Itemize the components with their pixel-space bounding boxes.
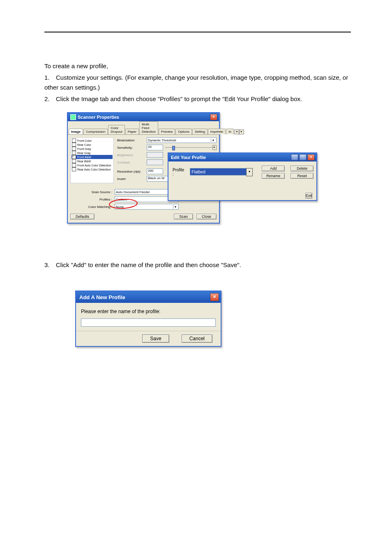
contrast-value — [147, 159, 163, 165]
binarization-select[interactable]: Dynamic Threshold▾ — [147, 137, 217, 143]
chk-rear-color[interactable]: Rear Color — [71, 143, 113, 147]
maximize-icon[interactable]: □ — [299, 154, 307, 161]
color-matching-label: Color Matching : — [68, 205, 115, 209]
chk-front-gray[interactable]: Front Gray — [71, 147, 113, 151]
brightness-value — [147, 152, 163, 158]
add-new-profile-window: Add A New Profile × Please enter the nam… — [75, 291, 221, 347]
close-icon[interactable]: × — [307, 154, 315, 161]
chk-front-bw[interactable]: Front B&W — [71, 155, 113, 159]
chevron-down-icon: ▾ — [211, 138, 215, 142]
defaults-button[interactable]: Defaults — [70, 214, 95, 219]
sensitivity-label: Sensitivity: — [117, 146, 147, 150]
reset-button[interactable]: Reset — [291, 173, 314, 179]
close-icon[interactable]: × — [210, 114, 217, 120]
exit-button[interactable]: Exit — [305, 193, 312, 198]
chk-front-auto[interactable]: Front Auto Color Detection — [71, 163, 113, 167]
step-1-num: 1. — [44, 73, 56, 83]
add-button[interactable]: Add — [262, 166, 285, 171]
chk-rear-gray[interactable]: Rear Gray — [71, 151, 113, 155]
profile-input[interactable] — [190, 168, 247, 175]
cancel-button[interactable]: Cancel — [182, 334, 212, 343]
invert-label: Invert: — [117, 177, 147, 181]
tab-color-dropout[interactable]: Color Dropout — [108, 125, 125, 134]
step-2-num: 2. — [44, 94, 56, 104]
rename-button[interactable]: Rename — [262, 173, 285, 179]
contrast-label: Contrast: — [117, 161, 147, 164]
brightness-label: Brightness: — [117, 153, 147, 157]
titlebar[interactable]: Scanner Properties × — [68, 113, 219, 121]
window-title: Scanner Properties — [78, 115, 119, 120]
prompt-text: Please enter the name of the profile: — [81, 309, 216, 314]
step-1: 1.Customize your settings. (For example,… — [44, 73, 351, 92]
tab-scroll-right-icon[interactable]: ▸ — [239, 129, 244, 134]
tab-scroll-left-icon[interactable]: ◂ — [234, 129, 239, 134]
close-icon[interactable]: × — [210, 293, 219, 301]
tab-compression[interactable]: Compression — [83, 129, 108, 134]
instructions-block: To create a new profile, 1.Customize you… — [44, 61, 351, 104]
chk-front-color[interactable]: Front Color — [71, 138, 113, 143]
step-2-text: Click the Image tab and then choose "Pro… — [56, 95, 302, 102]
tab-image[interactable]: Image — [69, 129, 83, 134]
titlebar[interactable]: Add A New Profile × — [76, 291, 221, 303]
color-matching-select[interactable]: None▾ — [115, 204, 179, 210]
step-3: 3.Click "Add" to enter the name of the p… — [44, 260, 351, 270]
sensitivity-value[interactable]: 20 — [147, 145, 163, 150]
chevron-down-icon: ▾ — [173, 205, 178, 209]
close-button[interactable]: Close — [196, 214, 217, 219]
image-selection-list: Front Color Rear Color Front Gray Rear G… — [70, 137, 114, 183]
profile-name-input[interactable] — [81, 318, 216, 327]
intro-line: To create a new profile, — [44, 61, 351, 71]
tab-more[interactable]: In — [226, 129, 234, 134]
step-3-num: 3. — [44, 260, 56, 270]
profile-combobox[interactable]: ▾ — [190, 168, 253, 176]
tab-options[interactable]: Options — [175, 129, 192, 134]
step-1-text: Customize your settings. (For example, c… — [44, 74, 348, 91]
tab-imprinter[interactable]: Imprinter — [208, 129, 226, 134]
sensitivity-slider[interactable]: ▸ — [165, 145, 217, 150]
window-title: Add A New Profile — [79, 294, 125, 300]
tab-setting[interactable]: Setting — [192, 129, 208, 134]
edit-profile-window: Edit Your Profile _ □ × Profile : ▾ Add — [168, 152, 317, 201]
tab-strip: Image Compression Color Dropout Paper Mu… — [68, 121, 219, 135]
page-header-rule — [44, 32, 351, 32]
step-2: 2.Click the Image tab and then choose "P… — [44, 94, 351, 104]
slider-increase-icon[interactable]: ▸ — [212, 145, 217, 150]
scanner-icon — [70, 114, 76, 120]
tab-multifeed[interactable]: Multi-Feed Detection — [139, 121, 158, 134]
instructions-block-2: 3.Click "Add" to enter the name of the p… — [44, 260, 351, 270]
window-title: Edit Your Profile — [171, 155, 206, 160]
profile-label: Profile : — [173, 168, 184, 177]
resolution-value[interactable]: 200 — [147, 168, 163, 174]
scan-button[interactable]: Scan — [174, 214, 193, 219]
profiles-label: Profiles : — [68, 198, 115, 201]
minimize-icon[interactable]: _ — [291, 154, 298, 161]
save-button[interactable]: Save — [142, 334, 169, 343]
tab-preview[interactable]: Preview — [159, 129, 175, 134]
chk-rear-auto[interactable]: Rear Auto Color Detection — [71, 167, 113, 171]
scan-source-label: Scan Source : — [68, 190, 115, 194]
titlebar[interactable]: Edit Your Profile _ □ × — [168, 153, 316, 161]
step-3-text: Click "Add" to enter the name of the pro… — [56, 261, 241, 268]
chk-rear-bw[interactable]: Rear B&W — [71, 159, 113, 163]
delete-button[interactable]: Delete — [291, 166, 314, 171]
resolution-label: Resolution (dpi): — [117, 170, 147, 173]
tab-paper[interactable]: Paper — [125, 129, 139, 134]
binarization-label: Binarization: — [117, 138, 147, 142]
chevron-down-icon[interactable]: ▾ — [246, 168, 253, 176]
